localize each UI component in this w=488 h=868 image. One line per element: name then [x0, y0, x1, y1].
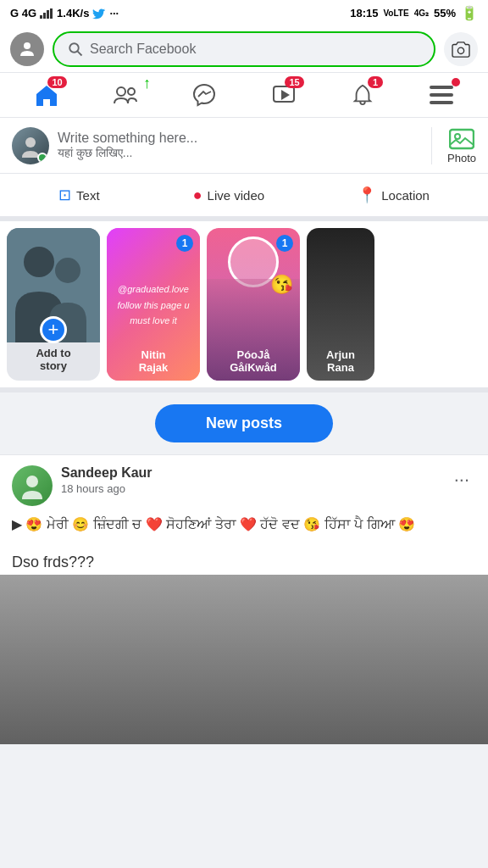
speed-text: 1.4K/s	[57, 7, 89, 19]
live-action[interactable]: ● Live video	[183, 181, 274, 209]
svg-rect-16	[450, 130, 474, 148]
nitin-name1: Nitin	[107, 348, 200, 361]
svg-rect-1	[43, 13, 46, 19]
location-label: Location	[381, 188, 430, 203]
feed-avatar-inner	[12, 465, 53, 506]
add-story-bg: + Add to story	[7, 228, 100, 381]
story-arjun[interactable]: Arjun Rana	[307, 228, 374, 381]
4g2-text: 4G₂	[414, 8, 429, 18]
svg-point-9	[128, 88, 135, 95]
post-actions: ⊡ Text ● Live video 📍 Location	[0, 174, 488, 221]
story-plus-icon: +	[40, 316, 67, 343]
feed-post: Sandeep Kaur 18 hours ago ··· ▶ 😍 ਮੇਰੀ 😊…	[0, 454, 488, 545]
emoji-overlay: 😘	[270, 274, 293, 296]
user-avatar	[12, 127, 49, 164]
nav-home[interactable]: 10	[25, 78, 69, 112]
live-label: Live video	[208, 188, 265, 203]
svg-marker-11	[281, 90, 290, 100]
svg-point-17	[455, 134, 460, 139]
svg-rect-3	[50, 8, 53, 19]
post-input[interactable]: Write something here... यहां कुछ लिखिए..…	[58, 131, 416, 160]
menu-dot	[452, 78, 460, 86]
svg-point-8	[117, 87, 125, 96]
add-story-label2: story	[36, 359, 70, 372]
notif-badge: 1	[368, 76, 383, 88]
signal-icon	[40, 8, 53, 19]
time-text: 18:15	[350, 7, 378, 19]
live-icon: ●	[193, 186, 202, 204]
story-nitin-bg: @graduated.love follow this page u must …	[107, 228, 200, 381]
nav-menu[interactable]	[419, 78, 463, 112]
nav-watch[interactable]: 15	[262, 78, 306, 112]
story-arjun-bg: Arjun Rana	[307, 228, 374, 381]
text-label: Text	[76, 188, 100, 203]
search-placeholder: Search Facebook	[90, 42, 196, 57]
story-nitin[interactable]: @graduated.love follow this page u must …	[107, 228, 200, 381]
svg-rect-13	[430, 93, 453, 97]
svg-point-7	[458, 47, 463, 53]
svg-point-20	[55, 258, 80, 283]
new-posts-button[interactable]: New posts	[155, 404, 333, 442]
arjun-name1: Arjun	[307, 348, 374, 361]
pooja-name1: PóoJå	[207, 348, 300, 361]
dso-text: Dso frds???	[0, 545, 488, 575]
camera-button[interactable]	[444, 32, 478, 66]
status-bar: G 4G 1.4K/s ··· 18:15 VoLTE 4G₂ 55% 🔋	[0, 0, 488, 26]
feed-avatar	[12, 465, 53, 506]
story-pooja-name: PóoJå GåíKwåd	[207, 348, 300, 374]
add-story-photo: +	[7, 228, 100, 330]
story-nitin-badge: 1	[176, 235, 193, 252]
nav-messenger[interactable]	[182, 78, 226, 112]
arjun-name2: Rana	[307, 361, 374, 374]
story-nitin-text: @graduated.love follow this page u must …	[107, 270, 200, 337]
battery-icon: 🔋	[461, 5, 478, 21]
more-options-button[interactable]: ···	[447, 465, 476, 494]
story-nitin-content: @graduated.love follow this page u must …	[118, 284, 190, 326]
svg-point-19	[24, 247, 54, 277]
battery-text: 55%	[434, 7, 456, 19]
post-placeholder-en: Write something here...	[58, 131, 416, 146]
online-dot	[37, 153, 47, 163]
feed-person-icon	[19, 472, 46, 499]
story-pooja[interactable]: 1 😘 PóoJå GåíKwåd	[207, 228, 300, 381]
stories-section: + Add to story @graduated.love follow th…	[0, 221, 488, 392]
menu-icon	[430, 86, 453, 104]
svg-line-6	[78, 52, 82, 56]
svg-point-4	[24, 42, 30, 49]
camera-icon	[452, 41, 470, 58]
svg-rect-0	[40, 15, 42, 19]
add-story-card[interactable]: + Add to story	[7, 228, 100, 381]
search-bar[interactable]: Search Facebook	[53, 31, 435, 67]
text-action[interactable]: ⊡ Text	[48, 181, 110, 209]
nav-friends[interactable]: ↑	[103, 78, 147, 112]
nav-notifications[interactable]: 1	[341, 78, 385, 112]
new-posts-area: New posts	[0, 392, 488, 454]
post-image	[0, 575, 488, 744]
story-pooja-bg: 1 😘 PóoJå GåíKwåd	[207, 228, 300, 381]
feed-post-time: 18 hours ago	[61, 482, 439, 495]
search-icon	[68, 42, 83, 57]
story-pooja-badge: 1	[276, 235, 293, 252]
feed-post-meta: Sandeep Kaur 18 hours ago	[61, 465, 439, 495]
volte-text: VoLTE	[383, 8, 408, 18]
feed-post-header: Sandeep Kaur 18 hours ago ···	[0, 455, 488, 511]
post-placeholder-hi: यहां कुछ लिखिए...	[58, 146, 416, 160]
post-img-placeholder	[0, 575, 488, 744]
svg-point-21	[26, 476, 38, 487]
friends-icon	[113, 85, 138, 105]
location-icon: 📍	[358, 186, 376, 204]
header: Search Facebook	[0, 26, 488, 73]
carrier-text: G 4G	[10, 7, 36, 19]
status-right: 18:15 VoLTE 4G₂ 55% 🔋	[350, 5, 478, 21]
profile-avatar[interactable]	[10, 32, 44, 66]
location-action[interactable]: 📍 Location	[347, 181, 440, 209]
svg-point-15	[25, 137, 36, 147]
post-divider	[431, 127, 432, 164]
photo-icon	[449, 126, 474, 150]
photo-button[interactable]: Photo	[447, 126, 476, 164]
person-icon	[17, 39, 37, 59]
up-arrow-icon: ↑	[143, 75, 151, 92]
messenger-icon	[192, 83, 216, 107]
nav-bar: 10 ↑ 15 1	[0, 73, 488, 118]
feed-post-username: Sandeep Kaur	[61, 465, 439, 481]
